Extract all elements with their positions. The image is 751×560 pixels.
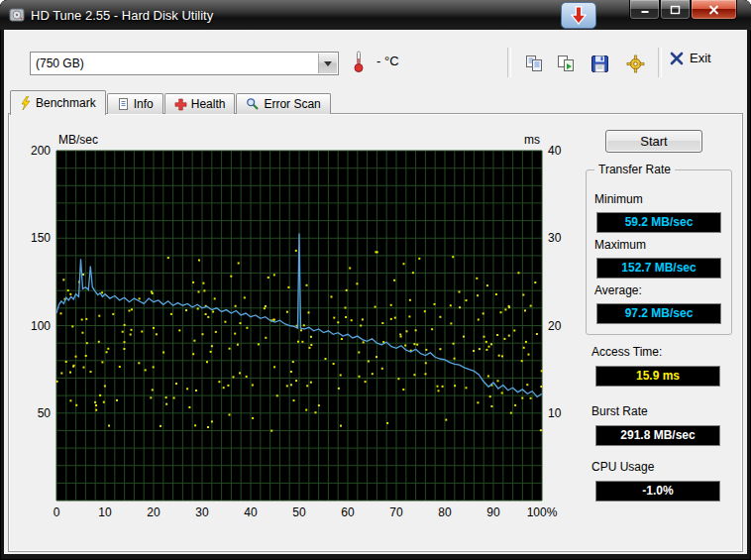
toolbar-separator	[507, 48, 511, 77]
burst-rate-label: Burst Rate	[591, 404, 648, 418]
exit-label: Exit	[690, 51, 711, 65]
toolbar: (750 GB) - °C Exit	[4, 30, 747, 89]
titlebar: HD Tune 2.55 - Hard Disk Utility	[0, 0, 751, 30]
minimum-value: 59.2 MB/sec	[596, 212, 721, 233]
transfer-rate-group: Transfer Rate Minimum 59.2 MB/sec Maximu…	[586, 169, 732, 335]
maximum-value: 152.7 MB/sec	[596, 258, 721, 279]
window-title: HD Tune 2.55 - Hard Disk Utility	[31, 8, 213, 23]
svg-text:0: 0	[54, 505, 60, 519]
tab-health[interactable]: Health	[164, 93, 236, 114]
average-label: Average:	[594, 283, 642, 297]
svg-text:40: 40	[548, 144, 562, 158]
options-icon[interactable]	[622, 51, 648, 76]
svg-text:ms: ms	[524, 133, 540, 147]
svg-text:40: 40	[244, 505, 258, 519]
benchmark-icon	[20, 96, 32, 110]
copy-screenshot-icon[interactable]	[553, 51, 579, 76]
exit-button[interactable]: Exit	[670, 51, 711, 65]
access-time-value: 15.9 ms	[595, 366, 720, 387]
minimize-button[interactable]	[629, 0, 660, 20]
svg-text:100: 100	[31, 319, 51, 333]
svg-text:70: 70	[389, 505, 403, 519]
info-icon	[117, 97, 130, 111]
tab-benchmark-label: Benchmark	[36, 96, 96, 110]
health-icon	[174, 98, 187, 111]
tab-info[interactable]: Info	[107, 93, 163, 114]
svg-text:20: 20	[548, 319, 562, 333]
app-window: HD Tune 2.55 - Hard Disk Utility (750 GB…	[0, 0, 751, 560]
drive-select-value: (750 GB)	[31, 56, 317, 70]
tab-error-scan-label: Error Scan	[264, 97, 320, 111]
cpu-usage-label: CPU Usage	[591, 460, 654, 474]
svg-text:150: 150	[31, 231, 51, 245]
tab-info-label: Info	[134, 97, 154, 111]
tab-error-scan[interactable]: Error Scan	[236, 93, 330, 114]
tab-bar: Benchmark Info Health Error Scan	[10, 89, 332, 114]
temperature-readout: - °C	[376, 54, 399, 68]
svg-text:30: 30	[195, 505, 209, 519]
average-value: 97.2 MB/sec	[596, 303, 721, 324]
benchmark-panel: MB/secms50100150200102030400102030405060…	[8, 113, 743, 552]
access-time-label: Access Time:	[591, 345, 662, 359]
window-controls	[629, 0, 737, 20]
svg-text:100%: 100%	[527, 505, 558, 519]
tab-health-label: Health	[191, 97, 226, 111]
start-button[interactable]: Start	[605, 130, 702, 153]
results-column: Start Transfer Rate Minimum 59.2 MB/sec …	[580, 114, 740, 551]
maximum-label: Maximum	[594, 238, 646, 252]
chevron-down-icon[interactable]	[318, 54, 337, 73]
cpu-usage-value: -1.0%	[595, 481, 720, 502]
toolbar-separator	[658, 48, 662, 77]
svg-text:10: 10	[548, 406, 562, 420]
svg-text:200: 200	[31, 144, 51, 158]
svg-text:10: 10	[98, 505, 112, 519]
minimum-label: Minimum	[594, 192, 643, 206]
maximize-button[interactable]	[660, 0, 691, 20]
window-content: (750 GB) - °C Exit	[4, 30, 747, 554]
svg-text:90: 90	[486, 505, 500, 519]
download-arrow-icon	[561, 2, 596, 29]
drive-select[interactable]: (750 GB)	[30, 52, 339, 75]
close-button[interactable]	[691, 0, 737, 20]
tab-benchmark[interactable]: Benchmark	[10, 90, 106, 115]
save-icon[interactable]	[587, 51, 612, 76]
copy-info-icon[interactable]	[521, 51, 547, 76]
svg-text:50: 50	[292, 505, 306, 519]
burst-rate-value: 291.8 MB/sec	[595, 425, 720, 446]
svg-text:50: 50	[38, 406, 52, 420]
benchmark-chart: MB/secms50100150200102030400102030405060…	[11, 127, 578, 525]
exit-x-icon	[670, 52, 684, 65]
svg-text:60: 60	[341, 505, 355, 519]
svg-text:80: 80	[438, 505, 452, 519]
svg-text:20: 20	[147, 505, 161, 519]
thermometer-icon	[353, 50, 365, 77]
app-icon	[9, 7, 25, 23]
svg-text:30: 30	[548, 231, 562, 245]
transfer-rate-title: Transfer Rate	[594, 163, 675, 176]
error-scan-icon	[246, 97, 260, 111]
svg-text:MB/sec: MB/sec	[58, 133, 98, 147]
